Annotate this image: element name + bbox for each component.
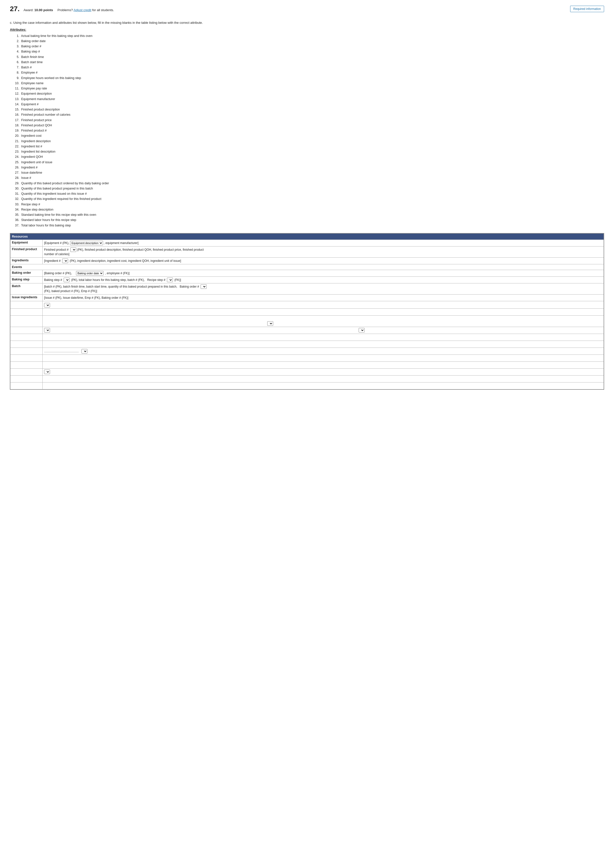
list-item: 24. Ingredient QOH (12, 154, 604, 160)
list-item: 33. Recipe step # (12, 202, 604, 207)
batch-row: Batch [batch # (PK), batch finish time, … (11, 283, 604, 294)
baking-step-row: Baking step Baking step # (PK), total la… (11, 276, 604, 283)
blank-row-6 (11, 341, 604, 347)
list-item: 32. Quantity of this ingredient required… (12, 197, 604, 202)
list-item: 22. Ingredient list # (12, 144, 604, 149)
list-item: 34. Recipe step description (12, 207, 604, 212)
equipment-row: Equipment [Equipment # (PK), Equipment d… (11, 240, 604, 246)
question-number: 27. (10, 5, 20, 13)
list-item: 21. Ingredient description (12, 139, 604, 144)
list-item: 25. Ingredient unit of issue (12, 160, 604, 165)
list-item: 10. Employee name (12, 81, 604, 86)
ingredient-dropdown[interactable] (62, 259, 68, 263)
list-item: 9. Employee hours worked on this baking … (12, 76, 604, 81)
list-item: 26. Ingredient # (12, 165, 604, 170)
list-item: 4. Baking step # (12, 49, 604, 54)
issue-ingredients-label: Issue ingredients (11, 294, 43, 301)
blank-row-12 (11, 382, 604, 389)
blank-dropdown-4[interactable] (359, 328, 364, 332)
attributes-list: 1. Actual baking time for this baking st… (12, 33, 604, 228)
list-item: 28. Issue # (12, 175, 604, 181)
list-item: 7. Batch # (12, 65, 604, 70)
resources-table: Resources Equipment [Equipment # (PK), E… (10, 233, 604, 389)
required-information-button[interactable]: Required information (570, 6, 604, 12)
award-value: 10.00 points (34, 8, 53, 12)
issue-ingredients-cell: [Issue # (PK), Issue date/time, Emp # (F… (43, 294, 604, 301)
baking-step-dropdown[interactable] (64, 278, 70, 282)
baking-step-label: Baking step (11, 276, 43, 283)
batch-cell: [batch # (PK), batch finish time, batch … (43, 283, 604, 294)
equipment-cell: [Equipment # (PK), Equipment description… (43, 240, 604, 246)
instructions-text: c. Using the case information and attrib… (10, 20, 604, 25)
list-item: 30. Quantity of this baked product prepa… (12, 186, 604, 191)
list-item: 16. Finished product number of calories (12, 112, 604, 118)
finished-product-cell: Finished product # (PK), finished produc… (43, 246, 604, 257)
ingredients-cell: [Ingredient # (PK), ingredient descripti… (43, 257, 604, 264)
baking-order-row: Baking order [Baking order # (PK), Bakin… (11, 270, 604, 276)
adjust-credit-link[interactable]: Adjust credit (74, 8, 91, 12)
list-item: 17. Finished product price (12, 118, 604, 123)
blank-row-9 (11, 361, 604, 368)
baking-order-date-dropdown[interactable]: Baking order date (76, 271, 104, 276)
finished-product-row: Finished product Finished product # (PK)… (11, 246, 604, 257)
list-item: 19. Finished product # (12, 128, 604, 133)
recipe-step-dropdown[interactable] (167, 278, 173, 282)
blank-row-10 (11, 368, 604, 375)
events-label: Events (11, 264, 604, 270)
page-header: 27. Award: 10.00 points Problems? Adjust… (10, 5, 604, 13)
blank-dropdown-5[interactable] (82, 349, 87, 353)
list-item: 23. Ingredient list description (12, 149, 604, 154)
blank-row-7 (11, 347, 604, 355)
list-item: 8. Employee # (12, 70, 604, 75)
resources-label: Resources (11, 233, 604, 240)
baking-order-cell: [Baking order # (PK), Baking order date … (43, 270, 604, 276)
list-item: 18. Finished product QOH (12, 123, 604, 128)
blank-row-5 (11, 334, 604, 341)
blank-row-11 (11, 375, 604, 382)
attributes-label: Attributes: (10, 28, 604, 31)
list-item: 36. Standard labor hours for this recipe… (12, 217, 604, 223)
finished-product-text: Finished product # (44, 248, 68, 251)
baking-step-cell: Baking step # (PK), total labor hours fo… (43, 276, 604, 283)
blank-row-3 (11, 315, 604, 327)
main-table-wrapper: Resources Equipment [Equipment # (PK), E… (10, 233, 604, 390)
list-item: 13. Equipment manufacturer (12, 97, 604, 102)
blank-dropdown-1[interactable] (44, 303, 50, 307)
equipment-label: Equipment (11, 240, 43, 246)
blank-dropdown-6[interactable] (44, 370, 50, 374)
list-item: 31. Quantity of this ingredient issued o… (12, 191, 604, 197)
ingredients-label: Ingredients (11, 257, 43, 264)
events-section-header: Events (11, 264, 604, 270)
batch-label: Batch (11, 283, 43, 294)
header-left: 27. Award: 10.00 points Problems? Adjust… (10, 5, 114, 13)
list-item: 20. Ingredient cost (12, 133, 604, 138)
finished-product-label: Finished product (11, 246, 43, 257)
finished-product-dropdown[interactable] (70, 248, 76, 252)
ingredients-row: Ingredients [Ingredient # (PK), ingredie… (11, 257, 604, 264)
list-item: 3. Baking order # (12, 44, 604, 49)
list-item: 6. Batch start time (12, 60, 604, 65)
equipment-description-dropdown[interactable]: Equipment description (70, 241, 103, 245)
blank-row-8 (11, 355, 604, 361)
list-item: 37. Total labor hours for this baking st… (12, 223, 604, 228)
blank-dropdown-3[interactable] (44, 328, 50, 332)
list-item: 35. Standard baking time for this recipe… (12, 212, 604, 217)
list-item: 2. Baking order date (12, 39, 604, 44)
list-item: 27. Issue date/time (12, 170, 604, 175)
blank-row-2 (11, 308, 604, 315)
list-item: 14. Equipment # (12, 102, 604, 107)
list-item: 29. Quantity of this baked product order… (12, 181, 604, 186)
issue-ingredients-row: Issue ingredients [Issue # (PK), Issue d… (11, 294, 604, 301)
blank-dropdown-2[interactable] (267, 321, 273, 326)
batch-baking-order-dropdown[interactable] (201, 284, 206, 289)
list-item: 5. Batch finish time (12, 54, 604, 60)
list-item: 12. Equipment description (12, 91, 604, 96)
list-item: 15. Finished product description (12, 107, 604, 112)
blank-row-4 (11, 327, 604, 334)
list-item: 1. Actual baking time for this baking st… (12, 33, 604, 39)
resources-section-header: Resources (11, 233, 604, 240)
list-item: 11. Employee pay rate (12, 86, 604, 91)
baking-order-label: Baking order (11, 270, 43, 276)
blank-row-1 (11, 301, 604, 308)
award-text: Award: 10.00 points Problems? Adjust cre… (23, 8, 114, 12)
